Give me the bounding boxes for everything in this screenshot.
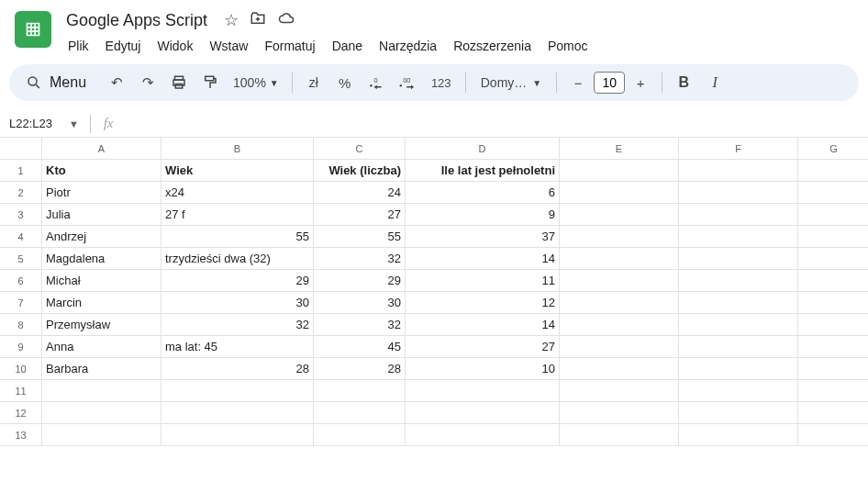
cell-D5[interactable]: 14 — [406, 248, 560, 270]
cell-E7[interactable] — [560, 292, 679, 314]
cell-D7[interactable]: 12 — [406, 292, 560, 314]
cell-F13[interactable] — [679, 424, 798, 446]
cell-G10[interactable] — [798, 358, 868, 380]
cell-A3[interactable]: Julia — [42, 204, 161, 226]
cell-F2[interactable] — [679, 182, 798, 204]
cell-C6[interactable]: 29 — [314, 270, 406, 292]
select-all-corner[interactable] — [0, 138, 42, 160]
row-header-9[interactable]: 9 — [0, 336, 42, 358]
cell-D8[interactable]: 14 — [406, 314, 560, 336]
cell-C8[interactable]: 32 — [314, 314, 406, 336]
col-header-B[interactable]: B — [161, 138, 314, 160]
row-header-12[interactable]: 12 — [0, 402, 42, 424]
cell-E8[interactable] — [560, 314, 679, 336]
undo-button[interactable]: ↶ — [103, 69, 130, 96]
row-header-4[interactable]: 4 — [0, 226, 42, 248]
cell-A9[interactable]: Anna — [42, 336, 161, 358]
cell-C12[interactable] — [314, 402, 406, 424]
cell-A10[interactable]: Barbara — [42, 358, 161, 380]
menu-widok[interactable]: Widok — [150, 35, 200, 57]
cell-C1[interactable]: Wiek (liczba) — [314, 160, 406, 182]
cell-D1[interactable]: Ile lat jest pełnoletni — [406, 160, 560, 182]
cell-C9[interactable]: 45 — [314, 336, 406, 358]
move-icon[interactable] — [250, 10, 266, 30]
menu-narzędzia[interactable]: Narzędzia — [372, 35, 444, 57]
cell-B9[interactable]: ma lat: 45 — [161, 336, 314, 358]
cell-G3[interactable] — [798, 204, 868, 226]
cell-D3[interactable]: 9 — [406, 204, 560, 226]
cell-A2[interactable]: Piotr — [42, 182, 161, 204]
redo-button[interactable]: ↷ — [134, 69, 161, 96]
star-icon[interactable]: ☆ — [224, 10, 239, 30]
row-header-11[interactable]: 11 — [0, 380, 42, 402]
row-header-1[interactable]: 1 — [0, 160, 42, 182]
cell-G5[interactable] — [798, 248, 868, 270]
col-header-C[interactable]: C — [314, 138, 406, 160]
cell-G9[interactable] — [798, 336, 868, 358]
cell-F4[interactable] — [679, 226, 798, 248]
cell-E12[interactable] — [560, 402, 679, 424]
cell-D4[interactable]: 37 — [406, 226, 560, 248]
row-header-10[interactable]: 10 — [0, 358, 42, 380]
cell-A12[interactable] — [42, 402, 161, 424]
cell-G11[interactable] — [798, 380, 868, 402]
decrease-font-button[interactable]: − — [564, 69, 592, 96]
menu-edytuj[interactable]: Edytuj — [98, 35, 149, 57]
increase-font-button[interactable]: + — [627, 69, 654, 96]
cell-F8[interactable] — [679, 314, 798, 336]
cell-G1[interactable] — [798, 160, 868, 182]
cell-A13[interactable] — [42, 424, 161, 446]
menu-formatuj[interactable]: Formatuj — [257, 35, 322, 57]
cell-G12[interactable] — [798, 402, 868, 424]
cell-C2[interactable]: 24 — [314, 182, 406, 204]
name-box[interactable]: L22:L23 ▼ — [6, 117, 84, 130]
cell-F12[interactable] — [679, 402, 798, 424]
formula-bar[interactable] — [120, 110, 868, 137]
cell-G8[interactable] — [798, 314, 868, 336]
cell-A8[interactable]: Przemysław — [42, 314, 161, 336]
cloud-icon[interactable] — [277, 10, 295, 30]
cell-G6[interactable] — [798, 270, 868, 292]
zoom-select[interactable]: 100% ▼ — [228, 75, 284, 90]
cell-F1[interactable] — [679, 160, 798, 182]
paint-format-button[interactable] — [196, 69, 224, 96]
cell-D6[interactable]: 11 — [406, 270, 560, 292]
cell-F6[interactable] — [679, 270, 798, 292]
cell-B5[interactable]: trzydzieści dwa (32) — [161, 248, 314, 270]
currency-button[interactable]: zł — [300, 69, 328, 96]
cell-F9[interactable] — [679, 336, 798, 358]
cell-C3[interactable]: 27 — [314, 204, 406, 226]
cell-A4[interactable]: Andrzej — [42, 226, 161, 248]
cell-D9[interactable]: 27 — [406, 336, 560, 358]
cell-C13[interactable] — [314, 424, 406, 446]
cell-E10[interactable] — [560, 358, 679, 380]
cell-B11[interactable] — [161, 380, 314, 402]
cell-A1[interactable]: Kto — [42, 160, 161, 182]
cell-E9[interactable] — [560, 336, 679, 358]
menu-rozszerzenia[interactable]: Rozszerzenia — [446, 35, 539, 57]
cell-E13[interactable] — [560, 424, 679, 446]
cell-F7[interactable] — [679, 292, 798, 314]
row-header-3[interactable]: 3 — [0, 204, 42, 226]
cell-E3[interactable] — [560, 204, 679, 226]
cell-F11[interactable] — [679, 380, 798, 402]
cell-C5[interactable]: 32 — [314, 248, 406, 270]
col-header-D[interactable]: D — [406, 138, 560, 160]
cell-F5[interactable] — [679, 248, 798, 270]
row-header-7[interactable]: 7 — [0, 292, 42, 314]
cell-C7[interactable]: 30 — [314, 292, 406, 314]
cell-B4[interactable]: 55 — [161, 226, 314, 248]
row-header-2[interactable]: 2 — [0, 182, 42, 204]
cell-D13[interactable] — [406, 424, 560, 446]
cell-C4[interactable]: 55 — [314, 226, 406, 248]
cell-A6[interactable]: Michał — [42, 270, 161, 292]
cell-D2[interactable]: 6 — [406, 182, 560, 204]
cell-F10[interactable] — [679, 358, 798, 380]
cell-G4[interactable] — [798, 226, 868, 248]
cell-D12[interactable] — [406, 402, 560, 424]
col-header-E[interactable]: E — [560, 138, 679, 160]
bold-button[interactable]: B — [670, 69, 697, 96]
row-header-8[interactable]: 8 — [0, 314, 42, 336]
increase-decimal-button[interactable]: 00 — [394, 69, 421, 96]
menu-pomoc[interactable]: Pomoc — [540, 35, 595, 57]
